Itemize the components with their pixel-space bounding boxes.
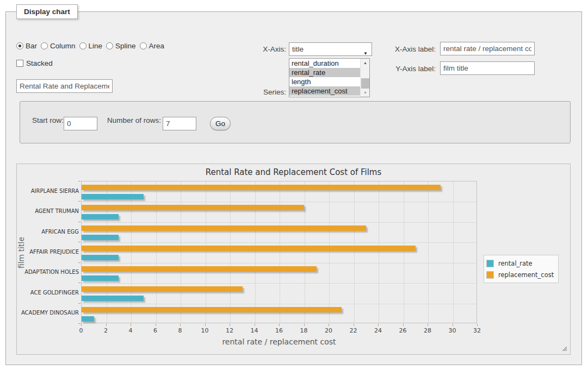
x-tick-mark <box>453 324 453 326</box>
x-tick-mark <box>131 324 131 326</box>
series-option-rental_duration[interactable]: rental_duration <box>289 59 369 68</box>
bar-rental_rate <box>82 214 119 220</box>
y-axis-label-caption: Y-Axis label: <box>384 65 436 73</box>
x-tick-label: 0 <box>73 327 89 334</box>
num-rows-input[interactable] <box>163 117 196 130</box>
x-tick-mark <box>106 324 107 326</box>
x-tick-label: 32 <box>469 327 485 334</box>
x-axis-select[interactable]: title ▼ <box>289 42 372 56</box>
start-row-label: Start row: <box>32 116 64 124</box>
gridline-vertical <box>404 181 404 323</box>
y-tick-mark <box>78 222 81 222</box>
chart-type-label: Line <box>89 42 103 50</box>
chart-type-bar[interactable]: Bar <box>16 42 37 50</box>
legend-row-replacement_cost: replacement_cost <box>486 269 554 280</box>
y-tick-mark <box>78 242 81 242</box>
gridline-horizontal <box>82 242 476 243</box>
x-tick-mark <box>156 324 156 326</box>
chart-type-label: Area <box>149 42 165 50</box>
gridline-vertical <box>181 181 181 323</box>
category-label: ACADEMY DINOSAUR <box>19 310 79 316</box>
bar-replacement_cost <box>82 225 366 231</box>
x-tick-mark <box>428 324 428 326</box>
x-tick-mark <box>81 324 82 326</box>
x-tick-mark <box>255 324 255 326</box>
start-row-input[interactable] <box>64 117 97 130</box>
listbox-scrollbar[interactable]: ▲ ▼ <box>360 59 369 97</box>
x-tick-mark <box>477 324 478 326</box>
x-tick-label: 14 <box>246 327 263 334</box>
radio-icon[interactable] <box>79 42 86 49</box>
chart-type-spline[interactable]: Spline <box>106 42 136 50</box>
gridline-horizontal <box>82 304 476 304</box>
series-option-rental_rate[interactable]: rental_rate <box>289 68 369 77</box>
gridline-vertical <box>354 181 355 323</box>
num-rows-label: Number of rows: <box>107 116 161 124</box>
gridline-horizontal <box>82 263 476 264</box>
chart-type-label: Column <box>50 42 76 50</box>
category-label: AIRPLANE SIERRA <box>19 188 79 195</box>
x-tick-label: 24 <box>370 327 386 334</box>
x-axis-selected-value: title <box>292 45 304 53</box>
x-tick-mark <box>279 324 280 326</box>
bar-rental_rate <box>82 255 119 260</box>
bar-rental_rate <box>82 275 119 281</box>
scroll-up-icon[interactable]: ▲ <box>361 59 370 67</box>
radio-icon[interactable] <box>16 42 23 49</box>
x-tick-label: 12 <box>221 327 238 334</box>
chart-legend: rental_ratereplacement_cost <box>484 255 559 283</box>
x-tick-label: 30 <box>444 327 461 334</box>
radio-icon[interactable] <box>41 42 48 49</box>
y-tick-mark <box>78 303 81 304</box>
radio-icon[interactable] <box>140 42 147 49</box>
x-tick-mark <box>304 324 305 326</box>
chart-type-radio-group: BarColumnLineSplineArea <box>16 42 168 50</box>
series-option-length[interactable]: length <box>289 77 369 86</box>
chart-type-line[interactable]: Line <box>79 42 103 50</box>
stacked-checkbox-row[interactable]: Stacked <box>16 59 53 67</box>
series-listbox[interactable]: rental_durationrental_ratelengthreplacem… <box>289 58 370 97</box>
stacked-checkbox[interactable] <box>16 60 23 67</box>
gridline-vertical <box>255 181 256 323</box>
gridline-vertical <box>329 181 330 323</box>
gridline-vertical <box>107 181 107 323</box>
plot-grid <box>81 181 477 323</box>
gridline-vertical <box>156 181 157 323</box>
x-axis-label-input[interactable] <box>440 42 535 55</box>
x-tick-label: 6 <box>147 327 164 334</box>
chart-type-column[interactable]: Column <box>41 42 76 50</box>
y-axis-label-input[interactable] <box>440 61 535 75</box>
stacked-label: Stacked <box>26 59 53 67</box>
rows-panel: Start row: Number of rows: Go <box>20 101 571 143</box>
x-tick-label: 18 <box>296 327 312 334</box>
display-chart-fieldset: Display chart BarColumnLineSplineArea St… <box>5 11 582 365</box>
gridline-vertical <box>305 181 305 323</box>
category-label: AFFAIR PREJUDICE <box>19 249 79 255</box>
chart-type-area[interactable]: Area <box>140 42 165 50</box>
x-tick-mark <box>378 324 379 326</box>
scroll-thumb[interactable] <box>361 78 369 89</box>
resize-handle-icon[interactable] <box>561 346 567 352</box>
y-tick-mark <box>78 181 81 181</box>
go-button[interactable]: Go <box>210 117 231 130</box>
radio-icon[interactable] <box>106 42 113 49</box>
fieldset-legend: Display chart <box>16 4 78 19</box>
bar-replacement_cost <box>82 185 441 190</box>
legend-row-rental_rate: rental_rate <box>486 258 554 269</box>
x-tick-label: 26 <box>395 327 411 334</box>
chart-title: Rental Rate and Replacement Cost of Film… <box>17 167 570 177</box>
category-label: ACE GOLDFINGER <box>19 290 79 296</box>
bar-rental_rate <box>82 296 144 301</box>
chart-title-input[interactable] <box>16 79 113 93</box>
chart-container: Rental Rate and Replacement Cost of Film… <box>16 164 571 355</box>
gridline-vertical <box>453 181 454 323</box>
y-tick-mark <box>78 283 81 283</box>
series-option-replacement_cost[interactable]: replacement_cost <box>289 86 369 96</box>
bar-replacement_cost <box>82 286 243 292</box>
x-tick-mark <box>354 324 354 326</box>
bar-replacement_cost <box>82 266 317 272</box>
x-tick-mark <box>205 324 206 326</box>
scroll-down-icon[interactable]: ▼ <box>361 89 370 97</box>
gridline-horizontal <box>82 222 476 223</box>
x-tick-label: 10 <box>197 327 213 334</box>
